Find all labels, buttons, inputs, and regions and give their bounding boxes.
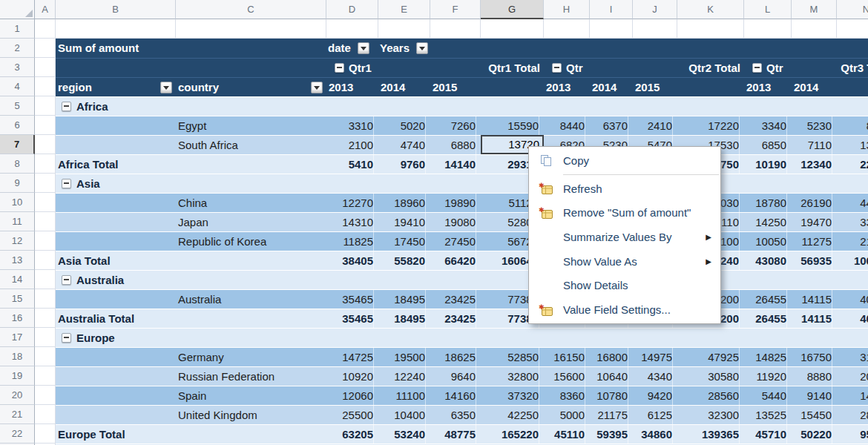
cell-H1[interactable] [544, 19, 590, 39]
cell-value[interactable]: 26455 [744, 309, 787, 329]
cell-value[interactable]: 11920 [744, 367, 787, 386]
column-header-E[interactable]: E [378, 0, 430, 19]
cell-A19[interactable] [35, 366, 56, 386]
cell-value[interactable]: 37320 [481, 386, 539, 406]
row-header-1[interactable]: 1 [0, 19, 35, 39]
cell-value[interactable]: 33720 [837, 213, 868, 232]
menu-item-show-details[interactable]: Show Details [529, 274, 720, 298]
cell-J1[interactable] [633, 19, 677, 39]
cell-value[interactable]: 5440 [744, 386, 787, 406]
cell-value[interactable]: 8880 [792, 367, 832, 386]
cell-A22[interactable] [35, 424, 56, 444]
cell-value[interactable]: 11825 [326, 232, 374, 251]
cell-A13[interactable] [35, 251, 56, 270]
cell-value[interactable]: 26190 [792, 194, 832, 213]
cell-value[interactable]: 14115 [792, 309, 832, 329]
cell-value[interactable]: 8570 [837, 116, 868, 136]
cell-value[interactable]: 14580 [837, 386, 868, 406]
total-label[interactable]: Australia Total [58, 309, 134, 329]
column-header-N[interactable]: N [837, 0, 868, 19]
cell-value[interactable]: 44970 [837, 194, 868, 213]
date-field-dropdown-icon[interactable] [358, 42, 369, 54]
cell-A17[interactable] [35, 328, 56, 347]
cell-value[interactable]: 10780 [590, 386, 628, 406]
menu-item-remove-sum-of-amount[interactable]: ✱Remove "Sum of amount" [529, 200, 720, 225]
column-header-F[interactable]: F [430, 0, 481, 19]
country-label[interactable]: South Africa [178, 136, 238, 155]
row-header-16[interactable]: 16 [0, 309, 35, 328]
collapse-qtr-icon[interactable] [752, 63, 762, 73]
cell-value[interactable]: 19500 [378, 348, 426, 367]
cell-N1[interactable] [837, 19, 868, 39]
cell-A20[interactable] [35, 386, 56, 405]
cell-A18[interactable] [35, 347, 56, 366]
cell-value[interactable]: 5020 [378, 116, 426, 136]
column-header-L[interactable]: L [744, 0, 792, 19]
cell-value[interactable]: 12240 [378, 367, 426, 386]
column-header-I[interactable]: I [590, 0, 633, 19]
menu-item-refresh[interactable]: ✱Refresh [529, 177, 720, 201]
cell-value[interactable]: 13960 [837, 136, 868, 155]
row-header-5[interactable]: 5 [0, 96, 35, 116]
menu-item-summarize-values-by[interactable]: Summarize Values By▶ [529, 225, 720, 249]
cell-value[interactable]: 28560 [677, 386, 740, 406]
region-label[interactable]: Europe [76, 329, 115, 348]
menu-item-copy[interactable]: Copy [529, 148, 720, 173]
cell-value[interactable]: 50220 [792, 425, 832, 444]
cell-value[interactable]: 10400 [378, 406, 426, 425]
country-filter-dropdown-icon[interactable] [311, 82, 323, 93]
cell-A5[interactable] [35, 96, 56, 116]
cell-value[interactable]: 12340 [792, 155, 832, 174]
cell-value[interactable]: 53240 [378, 425, 426, 444]
cell-value[interactable]: 6850 [744, 136, 787, 155]
cell-value[interactable]: 13525 [744, 406, 787, 425]
cell-A9[interactable] [35, 174, 56, 193]
column-header-C[interactable]: C [176, 0, 326, 19]
cell-value[interactable]: 20800 [837, 367, 868, 386]
cell-value[interactable]: 14310 [326, 213, 374, 232]
column-header-D[interactable]: D [326, 0, 378, 19]
cell-value[interactable]: 9760 [378, 155, 426, 174]
cell-value[interactable]: 27450 [430, 232, 476, 251]
cell-value[interactable]: 35465 [326, 309, 374, 329]
cell-L1[interactable] [744, 19, 792, 39]
column-header-M[interactable]: M [792, 0, 837, 19]
cell-value[interactable]: 38405 [326, 251, 374, 271]
cell-value[interactable]: 40570 [837, 309, 868, 329]
country-label[interactable]: Egypt [178, 116, 206, 136]
select-all-corner[interactable] [0, 0, 35, 19]
row-header-8[interactable]: 8 [0, 154, 35, 174]
cell-value[interactable]: 42250 [481, 406, 539, 425]
cell-value[interactable]: 10190 [744, 155, 787, 174]
cell-value[interactable]: 165220 [481, 425, 539, 444]
cell-value[interactable]: 14140 [430, 155, 476, 174]
row-header-21[interactable]: 21 [0, 405, 35, 424]
cell-value[interactable]: 14250 [744, 213, 787, 232]
collapse-region-icon[interactable] [62, 275, 71, 285]
cell-value[interactable]: 35465 [326, 290, 374, 309]
cell-A15[interactable] [35, 289, 56, 309]
years-field-dropdown-icon[interactable] [416, 42, 428, 54]
cell-value[interactable]: 6370 [590, 116, 628, 136]
cell-value[interactable]: 17220 [677, 116, 740, 136]
cell-value[interactable]: 5000 [544, 406, 585, 425]
country-label[interactable]: Spain [178, 386, 206, 406]
total-label[interactable]: Africa Total [58, 155, 118, 174]
row-header-10[interactable]: 10 [0, 193, 35, 212]
cell-value[interactable]: 28975 [837, 406, 868, 425]
row-header-7[interactable]: 7 [0, 135, 35, 154]
cell-value[interactable]: 10050 [744, 232, 787, 251]
column-header-J[interactable]: J [633, 0, 677, 19]
cell-value[interactable]: 16150 [544, 348, 585, 367]
cell-value[interactable]: 10640 [590, 367, 628, 386]
region-label[interactable]: Asia [76, 174, 100, 194]
cell-value[interactable]: 2100 [326, 136, 374, 155]
country-label[interactable]: Japan [178, 213, 208, 232]
row-header-17[interactable]: 17 [0, 328, 35, 347]
cell-value[interactable]: 45710 [744, 425, 787, 444]
cell-A7[interactable] [35, 135, 56, 154]
cell-value[interactable]: 14975 [633, 348, 673, 367]
cell-C1[interactable] [176, 19, 326, 39]
cell-value[interactable]: 16750 [792, 348, 832, 367]
cell-value[interactable]: 59395 [590, 425, 628, 444]
